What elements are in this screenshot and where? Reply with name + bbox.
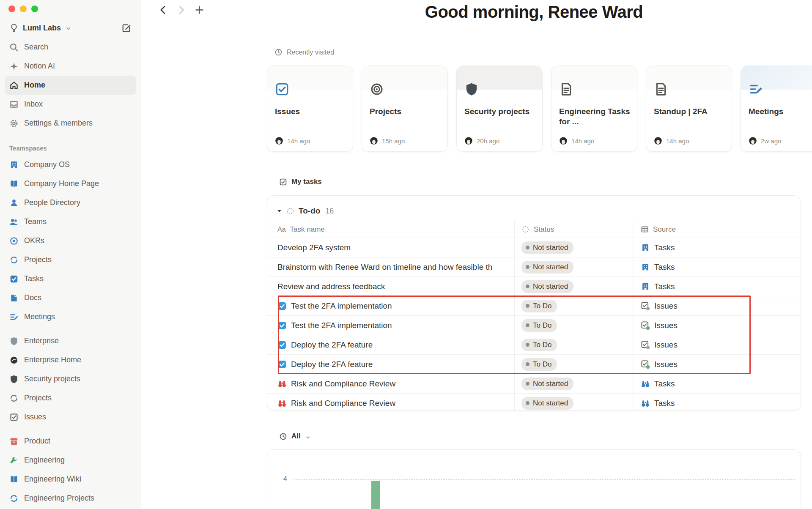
column-source[interactable]: Source — [634, 221, 753, 238]
sidebar-item-company-home-page[interactable]: Company Home Page — [5, 174, 136, 193]
status-badge[interactable]: To Do — [521, 358, 557, 371]
recent-card-meetings[interactable]: Meetings 2w ago — [741, 66, 812, 152]
sidebar-item-label: Home — [24, 81, 45, 90]
sidebar-item-product[interactable]: Product — [5, 432, 136, 451]
checked-checkbox-icon[interactable] — [277, 360, 287, 369]
task-link[interactable]: Brainstorm with Renee Ward on timeline a… — [277, 263, 492, 272]
task-link[interactable]: Risk and Compliance Review — [291, 399, 395, 408]
sidebar-item-teams[interactable]: Teams — [5, 212, 136, 231]
recent-card-standup-2fa[interactable]: Standup | 2FA 14h ago — [646, 66, 732, 152]
sidebar-item-engineering-projects[interactable]: Engineering Projects — [5, 489, 136, 508]
sidebar-item-company-os[interactable]: Company OS — [5, 155, 136, 174]
collapse-triangle-icon[interactable] — [277, 208, 282, 214]
status-badge[interactable]: To Do — [521, 339, 557, 351]
table-row[interactable]: Review and address feedback Not started … — [267, 277, 801, 296]
recent-card-issues[interactable]: Issues 14h ago — [267, 66, 353, 152]
people-icon — [9, 217, 19, 227]
status-badge[interactable]: Not started — [521, 261, 573, 274]
task-link[interactable]: Deploy the 2FA feature — [291, 340, 373, 350]
new-tab-plus-button[interactable] — [194, 4, 205, 16]
table-row[interactable]: Develop 2FA system Not started Tasks — [267, 238, 801, 257]
close-window-button[interactable] — [8, 5, 15, 12]
table-row[interactable]: Test the 2FA implementation To Do Issues — [267, 296, 801, 316]
my-tasks-header: My tasks — [279, 178, 322, 186]
task-link[interactable]: Deploy the 2FA feature — [291, 360, 373, 369]
source-link[interactable]: Tasks — [654, 282, 675, 291]
task-link[interactable]: Risk and Compliance Review — [291, 379, 395, 389]
recent-card-projects[interactable]: Projects 15h ago — [362, 66, 448, 152]
status-badge[interactable]: Not started — [521, 280, 573, 293]
card-title: Standup | 2FA — [654, 107, 727, 117]
status-badge[interactable]: Not started — [521, 378, 573, 390]
table-row[interactable]: Test the 2FA implementation To Do Issues — [267, 316, 801, 335]
task-link[interactable]: Test the 2FA implementation — [291, 301, 392, 311]
checked-checkbox-icon[interactable] — [277, 301, 287, 311]
table-row[interactable]: Deploy the 2FA feature To Do Issues — [267, 355, 801, 374]
back-button[interactable] — [157, 4, 169, 16]
recent-card-security-projects[interactable]: Security projects 20h ago — [456, 66, 543, 152]
status-badge[interactable]: Not started — [521, 241, 573, 254]
binoculars-icon — [641, 399, 650, 408]
source-link[interactable]: Tasks — [654, 263, 675, 272]
source-link[interactable]: Issues — [654, 321, 678, 330]
card-timestamp: 15h ago — [382, 137, 405, 145]
status-badge[interactable]: To Do — [521, 319, 557, 332]
source-link[interactable]: Tasks — [654, 399, 675, 408]
issues-database-icon — [641, 301, 650, 311]
globe-icon — [9, 356, 19, 365]
sidebar-item-engineering-wiki[interactable]: Engineering Wiki — [5, 470, 136, 489]
todo-group-toggle[interactable]: To-do 16 — [277, 202, 801, 220]
sidebar-item-enterprise[interactable]: Enterprise — [5, 331, 136, 350]
task-link[interactable]: Develop 2FA system — [277, 243, 351, 252]
forward-button[interactable] — [176, 4, 187, 16]
sidebar-item-inbox[interactable]: Inbox — [5, 95, 136, 114]
table-row[interactable]: Risk and Compliance Review Not started T… — [267, 374, 801, 394]
filter-all-dropdown[interactable]: All — [279, 432, 311, 441]
sidebar-item-label: Projects — [24, 394, 52, 402]
source-link[interactable]: Tasks — [654, 379, 675, 389]
table-row[interactable]: Deploy the 2FA feature To Do Issues — [267, 335, 801, 355]
source-link[interactable]: Issues — [654, 360, 678, 369]
source-link[interactable]: Issues — [654, 340, 678, 350]
source-link[interactable]: Issues — [654, 301, 678, 311]
sidebar-item-engineering[interactable]: Engineering — [5, 451, 136, 470]
sidebar-item-projects[interactable]: Projects — [5, 250, 136, 269]
sidebar-item-tasks[interactable]: Tasks — [5, 269, 136, 288]
sidebar-item-security-projects[interactable]: Security projects — [5, 369, 136, 389]
zoom-window-button[interactable] — [31, 5, 38, 12]
task-link[interactable]: Test the 2FA implementation — [291, 321, 392, 330]
sidebar-item-issues[interactable]: Issues — [5, 408, 136, 427]
sidebar-item-enterprise-home[interactable]: Enterprise Home — [5, 350, 136, 369]
table-row[interactable]: Risk and Compliance Review Not started T… — [267, 394, 801, 410]
task-link[interactable]: Review and address feedback — [277, 282, 385, 291]
avatar — [370, 137, 378, 145]
building-icon — [9, 160, 19, 170]
minimize-window-button[interactable] — [20, 5, 27, 12]
sidebar-item-search[interactable]: Search — [5, 38, 136, 57]
sidebar-item-settings-members[interactable]: Settings & members — [5, 114, 136, 133]
column-task-name[interactable]: Aa Task name — [267, 221, 514, 238]
checklist-icon — [9, 274, 19, 284]
sidebar-item-notion-ai[interactable]: Notion AI — [5, 57, 136, 76]
sidebar-item-label: Projects — [24, 255, 52, 264]
workspace-switcher[interactable]: Lumi Labs — [5, 18, 136, 38]
source-link[interactable]: Tasks — [654, 243, 675, 252]
status-badge[interactable]: Not started — [521, 397, 573, 410]
book-icon — [9, 475, 19, 484]
binoculars-icon — [277, 379, 287, 389]
sidebar-item-people-directory[interactable]: People Directory — [5, 193, 136, 212]
sidebar-item-okrs[interactable]: OKRs — [5, 231, 136, 250]
checked-checkbox-icon[interactable] — [277, 321, 287, 330]
sidebar-item-enterprise-projects[interactable]: Projects — [5, 389, 136, 408]
status-badge[interactable]: To Do — [521, 300, 557, 312]
recent-card-engineering-tasks[interactable]: Engineering Tasks for ... 14h ago — [551, 66, 637, 152]
sidebar-item-docs[interactable]: Docs — [5, 288, 136, 307]
sidebar-item-home[interactable]: Home — [5, 76, 136, 95]
table-row[interactable]: Brainstorm with Renee Ward on timeline a… — [267, 257, 801, 277]
workspace-name: Lumi Labs — [23, 24, 61, 33]
new-page-compose-button[interactable] — [121, 23, 132, 33]
sidebar-item-meetings[interactable]: Meetings — [5, 307, 136, 326]
building-icon — [641, 243, 650, 252]
column-status[interactable]: Status — [514, 221, 634, 238]
checked-checkbox-icon[interactable] — [277, 340, 287, 350]
